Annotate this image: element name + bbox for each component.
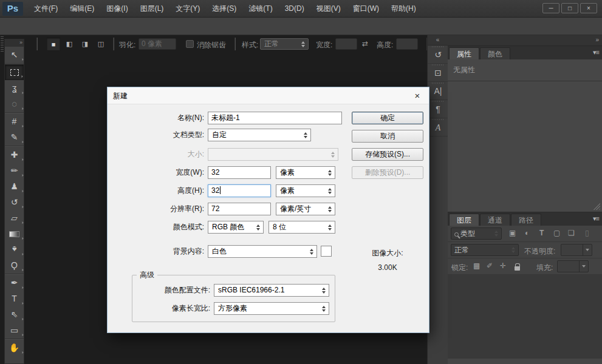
layer-filter-dropdown[interactable]: 类型 (451, 228, 502, 240)
save-preset-button[interactable]: 存储预设(S)... (352, 148, 423, 161)
lock-image-pixels-icon[interactable]: ✐ (487, 261, 493, 270)
size-dropdown[interactable] (208, 148, 338, 161)
filter-type-layers-icon[interactable]: T (539, 229, 544, 237)
tool-lasso[interactable]: ʓ (5, 80, 24, 96)
swap-dimensions-icon[interactable]: ⇄ (362, 39, 368, 48)
minimize-button[interactable]: ─ (542, 3, 559, 13)
filter-adjustment-layers-icon[interactable]: ◐ (525, 229, 529, 237)
tool-type[interactable]: T (5, 291, 24, 306)
tool-gradient[interactable] (5, 226, 24, 241)
panel-resize-grip[interactable] (593, 203, 600, 210)
intersect-selection-button[interactable]: ◫ (94, 37, 108, 51)
cancel-button[interactable]: 取消 (352, 130, 423, 143)
character-styles-panel-button[interactable]: A (428, 118, 448, 136)
filter-shape-layers-icon[interactable]: ▢ (553, 229, 560, 237)
options-bar-grip[interactable] (1, 36, 4, 52)
tool-path-select[interactable]: ⇖ (5, 306, 24, 322)
antialias-checkbox[interactable] (186, 40, 194, 48)
feather-input[interactable]: 0 像素 (139, 38, 176, 50)
padlock-icon (515, 266, 520, 271)
tool-crop[interactable]: # (5, 113, 24, 129)
tool-move[interactable]: ↖ (5, 47, 24, 62)
new-document-dialog: 新建 × 名称(N): 未标题-1 确定 文档类型: 自定 取消 大小: 存储预… (107, 87, 429, 333)
eyedropper-icon: ✎ (11, 132, 18, 142)
filter-toggle-icon[interactable]: ▯ (585, 229, 589, 237)
color-mode-dropdown[interactable]: RGB 颜色 (208, 221, 264, 234)
width-input[interactable] (335, 38, 357, 50)
tab-properties[interactable]: 属性 (449, 47, 479, 59)
tool-blur[interactable]: ♠ (5, 241, 24, 257)
width-input[interactable]: 32 (208, 166, 271, 179)
menu-type[interactable]: 文字(Y) (169, 0, 206, 18)
resolution-input[interactable]: 72 (208, 203, 271, 215)
name-input[interactable]: 未标题-1 (208, 112, 342, 124)
tool-clone-stamp[interactable]: ♟ (5, 178, 24, 194)
tab-layers[interactable]: 图层 (449, 214, 479, 226)
opacity-combo[interactable] (561, 244, 592, 256)
tool-history-brush[interactable]: ↺ (5, 194, 24, 210)
menu-select[interactable]: 选择(S) (206, 0, 242, 18)
menu-image[interactable]: 图像(I) (100, 0, 134, 18)
tool-rect-marquee[interactable] (5, 64, 24, 80)
menu-window[interactable]: 窗口(W) (347, 0, 385, 18)
menu-help[interactable]: 帮助(H) (385, 0, 422, 18)
menu-layer[interactable]: 图层(L) (134, 0, 170, 18)
character-panel-button[interactable]: A| (428, 82, 448, 100)
style-dropdown[interactable]: 正常 (260, 38, 309, 50)
lock-transparent-pixels-icon[interactable]: ▩ (473, 261, 480, 270)
tool-eraser[interactable]: ▱ (5, 210, 24, 226)
bit-depth-dropdown[interactable]: 8 位 (269, 221, 335, 234)
blend-mode-value: 正常 (454, 246, 469, 254)
height-unit-dropdown[interactable]: 像素 (276, 184, 335, 197)
panel-menu-icon[interactable]: ▾≡ (593, 215, 599, 223)
lock-position-icon[interactable]: ✛ (500, 261, 506, 270)
close-button[interactable]: × (580, 3, 597, 13)
spinner-icon (328, 224, 332, 231)
ok-button[interactable]: 确定 (352, 112, 423, 124)
background-dropdown[interactable]: 白色 (208, 245, 317, 258)
subtract-selection-button[interactable]: ◨ (78, 37, 92, 51)
width-unit-dropdown[interactable]: 像素 (276, 166, 335, 179)
menu-3d[interactable]: 3D(D) (279, 0, 310, 18)
collapse-panels-button[interactable]: » (448, 35, 602, 46)
dialog-close-icon[interactable]: × (411, 90, 424, 102)
tool-dodge[interactable]: Ϙ (5, 257, 24, 273)
delete-preset-button[interactable]: 删除预设(D)... (352, 166, 423, 179)
tab-channels[interactable]: 通道 (480, 214, 510, 226)
tool-shape[interactable]: ▭ (5, 322, 24, 338)
tool-hand[interactable]: ✋ (5, 340, 24, 356)
fill-combo[interactable] (557, 260, 589, 272)
tool-quick-select[interactable]: ◌ (5, 96, 24, 112)
tab-paths[interactable]: 路径 (511, 214, 541, 226)
filter-smart-objects-icon[interactable]: ❏ (568, 229, 575, 237)
menu-edit[interactable]: 编辑(E) (64, 0, 100, 18)
tab-color[interactable]: 颜色 (480, 47, 510, 59)
menu-view[interactable]: 视图(V) (310, 0, 347, 18)
dock-expand-button[interactable]: « (428, 35, 448, 46)
background-color-swatch[interactable] (321, 246, 332, 257)
clone-source-panel-button[interactable]: ⊡ (428, 64, 448, 82)
tool-pen[interactable]: ✒ (5, 275, 24, 291)
blend-mode-dropdown[interactable]: 正常 (451, 244, 519, 256)
resolution-unit-dropdown[interactable]: 像素/英寸 (276, 203, 335, 215)
panel-menu-icon[interactable]: ▾≡ (593, 49, 599, 56)
add-selection-button[interactable]: ◧ (62, 37, 77, 51)
filter-pixel-layers-icon[interactable]: ▣ (509, 229, 516, 237)
height-input[interactable]: 32 (208, 184, 271, 197)
maximize-button[interactable]: □ (561, 3, 578, 13)
tool-healing-brush[interactable]: ✚ (5, 147, 24, 163)
lock-all-icon[interactable] (515, 264, 520, 272)
doctype-dropdown[interactable]: 自定 (208, 129, 311, 141)
tool-brush[interactable]: ✏ (5, 163, 24, 178)
height-input[interactable] (396, 38, 418, 50)
history-panel-button[interactable]: ↺ (428, 46, 448, 64)
pixel-aspect-dropdown[interactable]: 方形像素 (214, 302, 329, 315)
dialog-title-bar[interactable]: 新建 (108, 87, 429, 104)
paragraph-panel-button[interactable]: ¶ (428, 100, 448, 118)
new-selection-button[interactable]: ■ (46, 37, 61, 51)
menu-filter[interactable]: 滤镜(T) (242, 0, 278, 18)
menu-file[interactable]: 文件(F) (28, 0, 64, 18)
toolbar-collapse-button[interactable]: » (5, 39, 24, 47)
tool-eyedropper[interactable]: ✎ (5, 129, 24, 145)
color-profile-dropdown[interactable]: sRGB IEC61966-2.1 (214, 284, 329, 297)
